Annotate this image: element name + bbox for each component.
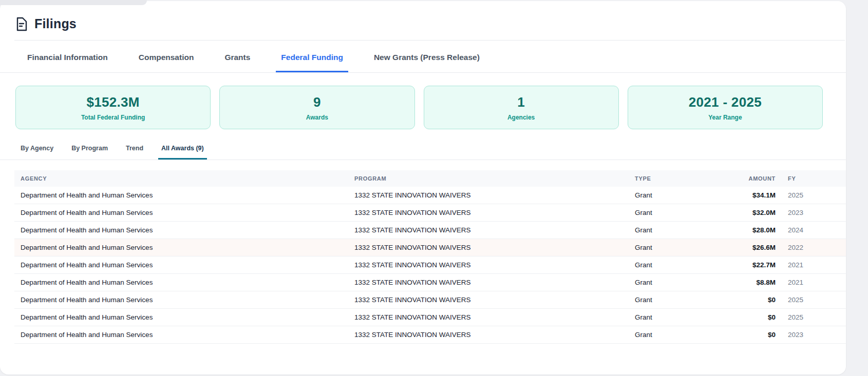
stat-card-awards: 9 Awards [219,86,414,129]
subtab-by-program[interactable]: By Program [68,142,111,160]
subtab-trend[interactable]: Trend [123,142,146,160]
column-header-type: TYPE [629,170,721,187]
cell-fy: 2021 [782,274,846,291]
cell-agency: Department of Health and Human Services [14,256,348,274]
page-title: Filings [34,16,77,31]
cell-type: Grant [629,309,721,326]
table-row[interactable]: Department of Health and Human Services … [14,256,846,274]
cell-agency: Department of Health and Human Services [14,204,348,222]
document-icon [15,17,28,31]
cell-agency: Department of Health and Human Services [14,274,348,291]
cell-fy: 2025 [782,309,846,326]
cell-program: 1332 STATE INNOVATION WAIVERS [348,309,629,326]
tab-new-grants-press-release[interactable]: New Grants (Press Release) [369,42,485,72]
cell-agency: Department of Health and Human Services [14,239,348,256]
page-header: Filings [0,1,846,31]
column-header-program: PROGRAM [348,170,629,187]
cell-amount: $8.8M [721,274,782,291]
content-card: Filings Financial Information Compensati… [0,1,846,374]
subtab-all-awards[interactable]: All Awards (9) [158,142,207,160]
cell-type: Grant [629,291,721,309]
table-row[interactable]: Department of Health and Human Services … [14,204,846,222]
awards-table: AGENCY PROGRAM TYPE AMOUNT FY Department… [14,170,846,344]
stat-label: Year Range [708,114,742,121]
cell-type: Grant [629,274,721,291]
table-row[interactable]: Department of Health and Human Services … [14,222,846,239]
cell-program: 1332 STATE INNOVATION WAIVERS [348,222,629,239]
tab-federal-funding[interactable]: Federal Funding [276,42,348,72]
cell-amount: $28.0M [721,222,782,239]
cell-fy: 2021 [782,256,846,274]
table-row[interactable]: Department of Health and Human Services … [14,326,846,344]
stat-label: Agencies [507,114,535,121]
stat-card-total-federal-funding: $152.3M Total Federal Funding [15,86,211,129]
summary-cards: $152.3M Total Federal Funding 9 Awards 1… [15,86,823,129]
cell-type: Grant [629,326,721,344]
cell-amount: $32.0M [721,204,782,222]
stat-label: Total Federal Funding [81,114,145,121]
tab-grants[interactable]: Grants [219,42,255,72]
cell-program: 1332 STATE INNOVATION WAIVERS [348,291,629,309]
column-header-fy: FY [782,170,846,187]
cell-agency: Department of Health and Human Services [14,187,348,204]
table-row[interactable]: Department of Health and Human Services … [14,274,846,291]
cell-fy: 2025 [782,187,846,204]
column-header-amount: AMOUNT [721,170,782,187]
cell-program: 1332 STATE INNOVATION WAIVERS [348,187,629,204]
stat-value: $152.3M [86,94,139,110]
cell-program: 1332 STATE INNOVATION WAIVERS [348,204,629,222]
main-tab-bar: Financial Information Compensation Grant… [0,42,846,73]
table-header-row: AGENCY PROGRAM TYPE AMOUNT FY [14,170,846,187]
cell-agency: Department of Health and Human Services [14,222,348,239]
cell-type: Grant [629,204,721,222]
cell-program: 1332 STATE INNOVATION WAIVERS [348,239,629,256]
cell-fy: 2022 [782,239,846,256]
cell-type: Grant [629,222,721,239]
stat-label: Awards [306,114,328,121]
cell-type: Grant [629,187,721,204]
cell-amount: $0 [721,291,782,309]
top-edge-element [0,0,147,5]
tab-compensation[interactable]: Compensation [134,42,199,72]
header-divider [14,40,845,41]
stat-card-year-range: 2021 - 2025 Year Range [628,86,823,129]
cell-program: 1332 STATE INNOVATION WAIVERS [348,256,629,274]
cell-amount: $26.6M [721,239,782,256]
stat-card-agencies: 1 Agencies [424,86,619,129]
column-header-agency: AGENCY [14,170,348,187]
table-row[interactable]: Department of Health and Human Services … [14,291,846,309]
stat-value: 2021 - 2025 [689,94,762,110]
stat-value: 9 [313,94,321,110]
cell-amount: $0 [721,309,782,326]
table-row[interactable]: Department of Health and Human Services … [14,187,846,204]
cell-fy: 2023 [782,204,846,222]
cell-agency: Department of Health and Human Services [14,326,348,344]
cell-amount: $22.7M [721,256,782,274]
cell-program: 1332 STATE INNOVATION WAIVERS [348,326,629,344]
cell-fy: 2025 [782,291,846,309]
cell-fy: 2023 [782,326,846,344]
table-row[interactable]: Department of Health and Human Services … [14,309,846,326]
sub-tab-bar: By Agency By Program Trend All Awards (9… [0,142,846,160]
tab-financial-information[interactable]: Financial Information [22,42,113,72]
cell-program: 1332 STATE INNOVATION WAIVERS [348,274,629,291]
cell-type: Grant [629,256,721,274]
cell-agency: Department of Health and Human Services [14,291,348,309]
cell-fy: 2024 [782,222,846,239]
table-row[interactable]: Department of Health and Human Services … [14,239,846,256]
cell-type: Grant [629,239,721,256]
subtab-by-agency[interactable]: By Agency [17,142,56,160]
cell-amount: $0 [721,326,782,344]
cell-amount: $34.1M [721,187,782,204]
stat-value: 1 [517,94,525,110]
cell-agency: Department of Health and Human Services [14,309,348,326]
